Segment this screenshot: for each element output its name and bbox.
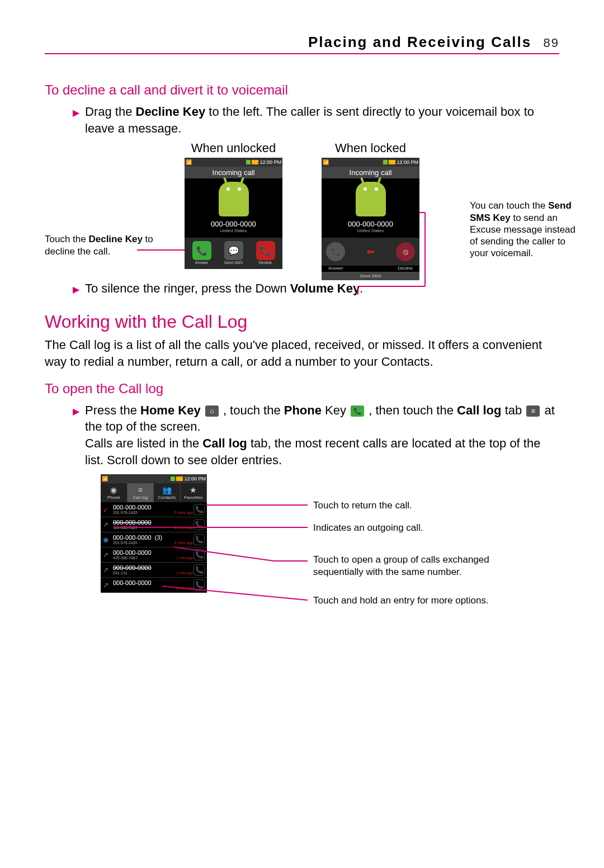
log-time: 0 mins ago <box>174 541 194 545</box>
bullet-silence: ▶ To silence the ringer, press the Down … <box>73 280 559 297</box>
caller-location: United States <box>185 228 282 233</box>
log-subnumber: 425-580-7887 <box>113 526 138 530</box>
answer-button[interactable]: 📞 <box>192 241 211 260</box>
log-number: 000-000-0000 <box>113 504 194 511</box>
dial-button[interactable]: 📞 <box>194 519 205 530</box>
log-time: 0 mins ago <box>174 526 194 530</box>
home-key-icon: ⌂ <box>205 405 219 417</box>
heading-call-log: Working with the Call Log <box>45 312 559 332</box>
log-number: 000-000-0000 <box>113 579 194 586</box>
calllog-row[interactable]: ↗000-000-0000031-1311 min ago📞 <box>101 563 207 578</box>
send-sms-button[interactable]: 💬 <box>224 241 243 260</box>
log-time: 1 min ago <box>176 556 194 560</box>
log-number: 000-000-0000 <box>113 564 194 571</box>
out-call-icon: ↗ <box>103 581 111 589</box>
phone-screenshot-locked: 📶 12:00 PM Incoming call 000-000-0000 Un… <box>322 158 419 280</box>
log-number: 000-000-0000 (3) <box>113 534 194 541</box>
out-call-icon: ↗ <box>103 566 111 574</box>
tab-phone[interactable]: ◉Phone <box>101 483 128 502</box>
triangle-icon: ▶ <box>73 284 79 296</box>
annot-outgoing: Indicates an outgoing call. <box>313 522 423 534</box>
incoming-call-title: Incoming call <box>185 167 282 178</box>
android-avatar-icon <box>356 182 386 216</box>
android-avatar-icon <box>219 182 249 216</box>
tab-favorites[interactable]: ★Favorites <box>181 483 207 502</box>
phone-screenshot-unlocked: 📶 12:00 PM Incoming call 000-000-0000 Un… <box>185 158 282 269</box>
in-call-icon: ◉ <box>103 536 111 544</box>
annot-return-call: Touch to return the call. <box>313 499 412 512</box>
calllog-row[interactable]: ◉000-000-0000 (3)201-978-24350 mins ago📞 <box>101 532 207 548</box>
header-title: Placing and Receiving Calls <box>308 34 531 50</box>
log-time: 0 mins ago <box>174 511 194 515</box>
calllog-screenshot: 📶 12:00 PM ◉Phone ≡Call log 👥Contacts ★F… <box>101 474 207 593</box>
slide-answer-button[interactable]: 📞 <box>326 242 345 261</box>
annot-decline-key: Touch the Decline Key to decline the cal… <box>45 233 162 257</box>
annot-hold: Touch and hold an entry for more options… <box>313 595 489 607</box>
missed-call-icon: ↙ <box>103 506 111 513</box>
log-subnumber: 201-978-2435 <box>113 541 138 545</box>
slide-decline-button[interactable]: ⦸ <box>396 242 415 261</box>
slide-arrow-icon: ⬅ <box>366 246 375 258</box>
dial-button[interactable]: 📞 <box>194 534 205 545</box>
calllog-row[interactable]: ↗000-000-0000425-580-78870 mins ago📞 <box>101 517 207 532</box>
figure-call-log: 📶 12:00 PM ◉Phone ≡Call log 👥Contacts ★F… <box>101 474 559 593</box>
send-sms-tab[interactable]: Send SMS <box>322 272 419 280</box>
log-subnumber: 031-131 <box>113 571 128 575</box>
subheading-open-calllog: To open the Call log <box>45 381 559 397</box>
calllog-row[interactable]: ↗000-000-00001 min ago📞 <box>101 578 207 593</box>
dial-button[interactable]: 📞 <box>194 549 205 560</box>
log-number: 000-000-0000 <box>113 519 194 526</box>
caption-locked: When locked <box>322 141 419 155</box>
subheading-decline: To decline a call and divert it to voice… <box>45 82 559 98</box>
figure-incoming-call: Touch the Decline Key to decline the cal… <box>45 141 559 280</box>
log-time: 1 min ago <box>176 586 194 590</box>
log-number: 000-000-0000 <box>113 549 194 556</box>
caller-number: 000-000-0000 <box>185 220 282 228</box>
triangle-icon: ▶ <box>73 405 79 418</box>
status-left-icons: 📶 <box>186 159 192 165</box>
bullet-decline: ▶ Drag the Decline Key to the left. The … <box>73 103 559 136</box>
log-time: 1 min ago <box>176 571 194 575</box>
bullet-open-calllog: ▶ Press the Home Key ⌂ , touch the Phone… <box>73 402 559 469</box>
calllog-row[interactable]: ↙000-000-0000201-978-24350 mins ago📞 <box>101 502 207 517</box>
tab-contacts[interactable]: 👥Contacts <box>154 483 181 502</box>
triangle-icon: ▶ <box>73 107 79 119</box>
page-header: Placing and Receiving Calls 89 <box>45 34 559 54</box>
calllog-tab-icon: ≡ <box>526 405 540 417</box>
decline-button[interactable]: 📞 <box>256 241 275 260</box>
calllog-row[interactable]: ↗000-000-0000425-580-78871 min ago📞 <box>101 548 207 563</box>
caption-unlocked: When unlocked <box>185 141 282 155</box>
out-call-icon: ↗ <box>103 521 111 529</box>
para-call-log: The Call log is a list of all the calls … <box>45 337 559 371</box>
dial-button[interactable]: 📞 <box>194 564 205 575</box>
dial-button[interactable]: 📞 <box>194 579 205 591</box>
page-number: 89 <box>544 36 559 50</box>
tab-calllog[interactable]: ≡Call log <box>128 483 154 502</box>
annot-send-sms: You can touch the Send SMS Key to send a… <box>470 200 576 259</box>
phone-key-icon: 📞 <box>351 405 364 417</box>
annot-group: Touch to open a group of calls exchanged… <box>313 554 503 578</box>
dial-button[interactable]: 📞 <box>194 504 205 515</box>
log-subnumber: 425-580-7887 <box>113 556 138 560</box>
tab-bar: ◉Phone ≡Call log 👥Contacts ★Favorites <box>101 483 207 502</box>
out-call-icon: ↗ <box>103 551 111 559</box>
log-subnumber: 201-978-2435 <box>113 511 138 515</box>
